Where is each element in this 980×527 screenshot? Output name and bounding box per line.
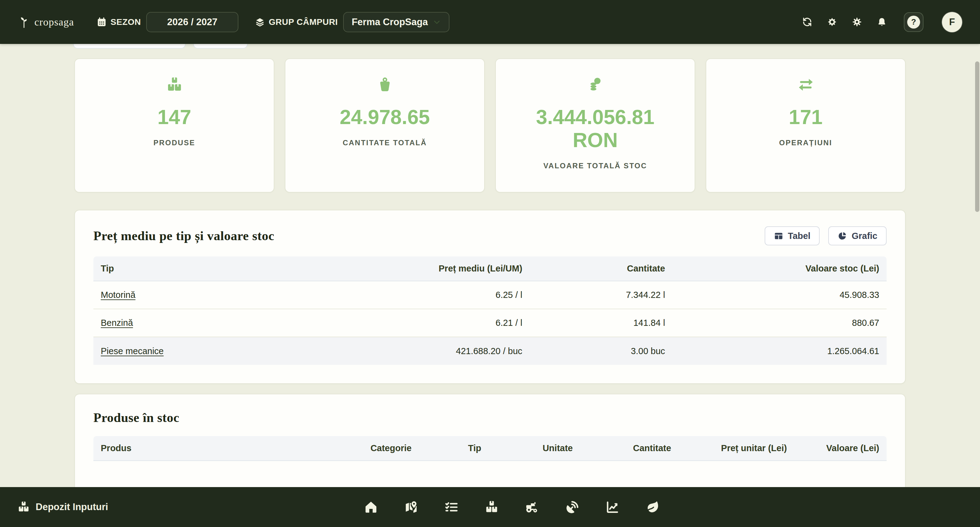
stock-section: Produse în stoc Produs Categorie Tip Uni… — [74, 394, 906, 487]
vertical-scrollbar-thumb[interactable] — [975, 62, 979, 212]
chart-view-button[interactable]: Grafic — [828, 226, 887, 245]
stat-label-valoare: VALOARE TOTALĂ STOC — [544, 162, 647, 170]
stat-card-cantitate: 24.978.65 CANTITATE TOTALĂ — [285, 58, 485, 192]
stat-value-cantitate: 24.978.65 — [340, 106, 430, 129]
cell-pret: 6.25 / l — [323, 281, 530, 309]
table-row: Motorină 6.25 / l 7.344.22 l 45.908.33 — [93, 281, 887, 309]
stat-label-cantitate: CANTITATE TOTALĂ — [342, 138, 427, 147]
cell-cantitate: 3.00 buc — [530, 337, 673, 365]
col-tip: Tip — [460, 436, 535, 461]
stat-label-produse: PRODUSE — [153, 138, 195, 147]
boxes-icon[interactable] — [484, 500, 499, 514]
top-bar: cropsaga SEZON 2026 / 2027 GRUP CÂMPURI … — [0, 0, 980, 44]
coins-icon — [587, 76, 604, 94]
col-pret-mediu: Preț mediu (Lei/UM) — [323, 256, 530, 281]
stock-table-header-row: Produs Categorie Tip Unitate Cantitate P… — [93, 436, 887, 461]
stock-table: Produs Categorie Tip Unitate Cantitate P… — [93, 436, 887, 487]
col-produs: Produs — [93, 436, 363, 461]
season-label: SEZON — [111, 17, 141, 27]
avatar[interactable]: F — [942, 12, 962, 32]
checklist-icon[interactable] — [444, 500, 459, 514]
brand-logo[interactable]: cropsaga — [18, 15, 74, 29]
leaf-icon[interactable] — [646, 500, 660, 514]
table-row: Benzină 6.21 / l 141.84 l 880.67 — [93, 309, 887, 337]
table-row — [93, 461, 887, 487]
cell-pret: 421.688.20 / buc — [323, 337, 530, 365]
settings-gear-icon[interactable] — [852, 17, 862, 27]
col-tip: Tip — [93, 256, 323, 281]
col-valoare-stoc: Valoare stoc (Lei) — [673, 256, 887, 281]
price-table-header-row: Tip Preț mediu (Lei/UM) Cantitate Valoar… — [93, 256, 887, 281]
table-icon — [774, 231, 783, 241]
satellite-dish-icon[interactable] — [565, 500, 579, 514]
col-cantitate: Cantitate — [626, 436, 714, 461]
stats-row: 147 PRODUSE 24.978.65 CANTITATE TOTALĂ — [74, 58, 906, 192]
stat-value-valoare: 3.444.056.81 — [536, 106, 654, 129]
price-section-title: Preț mediu pe tip și valoare stoc — [93, 229, 274, 243]
col-categorie: Categorie — [363, 436, 461, 461]
table-row: Piese mecanice 421.688.20 / buc 3.00 buc… — [93, 337, 887, 365]
cell-valoare: 880.67 — [673, 309, 887, 337]
field-group-select[interactable]: Ferma CropSaga — [343, 12, 449, 32]
table-view-label: Tabel — [788, 231, 811, 241]
bottom-nav — [364, 487, 660, 527]
pie-chart-icon — [837, 231, 847, 241]
cell-cantitate: 141.84 l — [530, 309, 673, 337]
row-link-benzina[interactable]: Benzină — [101, 318, 133, 328]
stat-value-produse: 147 — [157, 106, 191, 129]
stat-label-operatiuni: OPERAȚIUNI — [779, 138, 832, 147]
stat-value-operatiuni: 171 — [789, 106, 822, 129]
row-link-piese-mecanice[interactable]: Piese mecanice — [101, 346, 164, 356]
line-chart-icon[interactable] — [605, 500, 620, 514]
context-label: Depozit Inputuri — [36, 502, 108, 513]
col-pret-unitar: Preț unitar (Lei) — [714, 436, 810, 461]
help-button[interactable]: ? — [904, 12, 923, 32]
calendar-icon — [97, 17, 107, 27]
season-value: 2026 / 2027 — [167, 17, 218, 28]
brand-name: cropsaga — [34, 16, 74, 28]
row-link-motorina[interactable]: Motorină — [101, 290, 135, 300]
main-content: 147 PRODUSE 24.978.65 CANTITATE TOTALĂ — [0, 44, 980, 487]
boxes-icon — [17, 501, 30, 513]
price-table: Tip Preț mediu (Lei/UM) Cantitate Valoar… — [93, 256, 887, 365]
field-group-value: Ferma CropSaga — [352, 17, 428, 28]
weight-icon — [376, 76, 393, 94]
bell-icon[interactable] — [877, 17, 887, 27]
boxes-icon — [166, 76, 183, 94]
map-pin-icon[interactable] — [404, 500, 418, 514]
col-valoare: Valoare (Lei) — [810, 436, 887, 461]
col-unitate: Unitate — [535, 436, 625, 461]
tractor-icon[interactable] — [525, 500, 539, 514]
context-indicator: Depozit Inputuri — [17, 501, 108, 513]
price-section: Preț mediu pe tip și valoare stoc Tabel — [74, 210, 906, 384]
cell-cantitate: 7.344.22 l — [530, 281, 673, 309]
field-group-label: GRUP CÂMPURI — [269, 17, 338, 27]
transfer-icon — [797, 76, 815, 94]
stock-section-title: Produse în stoc — [93, 410, 887, 425]
layers-icon — [255, 17, 265, 27]
chart-view-label: Grafic — [851, 231, 877, 241]
cell-pret: 6.21 / l — [323, 309, 530, 337]
bottom-bar: Depozit Inputuri — [0, 487, 980, 527]
stat-card-operatiuni: 171 OPERAȚIUNI — [706, 58, 906, 192]
table-view-button[interactable]: Tabel — [765, 226, 820, 245]
stat-card-valoare: 3.444.056.81 RON VALOARE TOTALĂ STOC — [495, 58, 695, 192]
season-select[interactable]: 2026 / 2027 — [146, 12, 239, 32]
cell-valoare: 45.908.33 — [673, 281, 887, 309]
chevron-down-icon — [433, 18, 441, 26]
home-icon[interactable] — [364, 500, 378, 514]
sprout-logo-icon — [18, 15, 31, 29]
col-cantitate: Cantitate — [530, 256, 673, 281]
cell-valoare: 1.265.064.61 — [673, 337, 887, 365]
sun-badge-icon[interactable] — [827, 17, 837, 27]
refresh-icon[interactable] — [802, 17, 812, 27]
stat-card-produse: 147 PRODUSE — [74, 58, 274, 192]
stat-value-valoare-currency: RON — [573, 129, 618, 152]
help-icon: ? — [907, 16, 920, 29]
